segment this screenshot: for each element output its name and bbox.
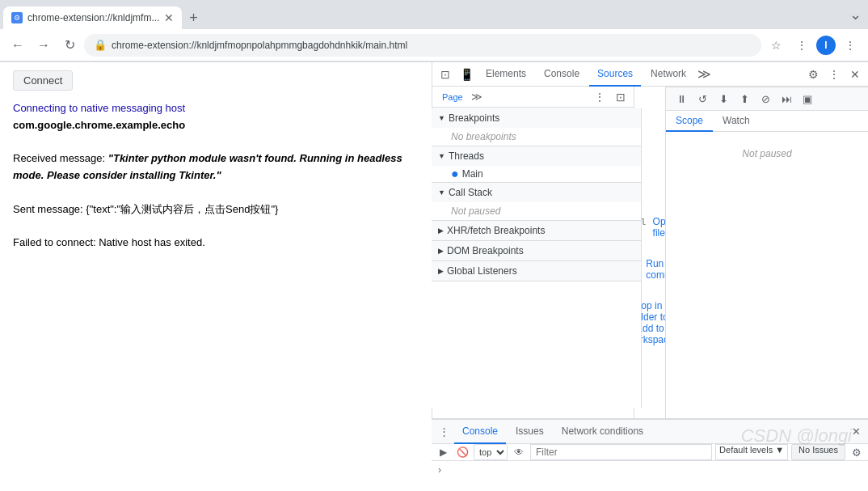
nav-bar: ← → ↻ 🔒 chrome-extension://knldjmfmopnpo… bbox=[0, 29, 868, 61]
section-callstack: ▼ Call Stack Not paused bbox=[432, 183, 641, 221]
more-debug-options[interactable]: ▣ bbox=[798, 90, 816, 108]
section-breakpoints: ▼ Breakpoints No breakpoints bbox=[432, 108, 641, 146]
connect-button[interactable]: Connect bbox=[13, 70, 73, 91]
watch-tab[interactable]: Watch bbox=[713, 111, 760, 132]
address-text: chrome-extension://knldjmfmopnpolahpmmgb… bbox=[112, 40, 752, 51]
issues-tab[interactable]: Issues bbox=[508, 420, 552, 444]
run-command-link[interactable]: Run command bbox=[646, 258, 666, 281]
section-xhr-header[interactable]: ▶ XHR/fetch Breakpoints bbox=[432, 221, 641, 240]
console-panel-menu-icon[interactable]: ⋮ bbox=[435, 423, 453, 441]
tab-sources[interactable]: Sources bbox=[589, 62, 641, 87]
pause-resume-button[interactable]: ⏸ bbox=[672, 90, 690, 108]
sources-panel-more-icon[interactable]: ≫ bbox=[471, 91, 482, 103]
page-content: Connect Connecting to native messaging h… bbox=[0, 62, 432, 491]
output-line-3: Received message: "Tkinter python module… bbox=[13, 150, 419, 184]
devtools-settings-button[interactable]: ⚙ bbox=[803, 65, 823, 84]
open-file-link[interactable]: Open file bbox=[653, 216, 666, 239]
sources-panel-toolbar: Page ≫ ⋮ ⊡ bbox=[432, 87, 634, 108]
output-line-1: Connecting to native messaging host bbox=[13, 100, 419, 117]
thread-active-indicator: ● bbox=[451, 167, 459, 180]
section-global-header[interactable]: ▶ Global Listeners bbox=[432, 261, 641, 281]
tab-elements[interactable]: Elements bbox=[478, 62, 534, 87]
section-dom-header[interactable]: ▶ DOM Breakpoints bbox=[432, 241, 641, 260]
dom-label: DOM Breakpoints bbox=[447, 245, 524, 256]
section-threads-header[interactable]: ▼ Threads bbox=[432, 146, 641, 166]
xhr-expand-icon: ▶ bbox=[438, 226, 444, 235]
section-xhr: ▶ XHR/fetch Breakpoints bbox=[432, 221, 641, 241]
thread-main-item[interactable]: ● Main bbox=[432, 166, 641, 182]
reload-button[interactable]: ↻ bbox=[58, 34, 81, 57]
section-threads: ▼ Threads ● Main bbox=[432, 146, 641, 183]
console-tabs-toolbar: ⋮ Console Issues Network conditions ✕ bbox=[432, 420, 868, 444]
browser-chrome: ⚙ chrome-extension://knldjmfm... ✕ + ⌄ ←… bbox=[0, 0, 868, 62]
security-icon: 🔒 bbox=[94, 39, 107, 51]
section-callstack-header[interactable]: ▼ Call Stack bbox=[432, 183, 641, 202]
main-area: Connect Connecting to native messaging h… bbox=[0, 62, 868, 491]
chrome-settings-button[interactable]: ⋮ bbox=[790, 34, 813, 57]
threads-expand-icon: ▼ bbox=[438, 152, 445, 160]
scope-watch-header: Scope Watch bbox=[666, 111, 868, 132]
devtools-actions: ⚙ ⋮ ✕ bbox=[803, 65, 865, 84]
sources-panel-menu-icon[interactable]: ⋮ bbox=[590, 87, 609, 107]
console-filter-toolbar: ▶ 🚫 top 👁 Default levels ▼ No Issues ⚙ bbox=[432, 444, 868, 461]
threads-label: Threads bbox=[449, 150, 484, 162]
section-dom: ▶ DOM Breakpoints bbox=[432, 241, 641, 261]
tab-console[interactable]: Console bbox=[536, 62, 588, 87]
inspect-element-button[interactable]: ⊡ bbox=[436, 65, 455, 84]
step-out-button[interactable]: ⬆ bbox=[735, 90, 753, 108]
breakpoints-content: No breakpoints bbox=[432, 128, 641, 146]
console-close-button[interactable]: ✕ bbox=[847, 423, 865, 441]
section-global: ▶ Global Listeners bbox=[432, 261, 641, 281]
breakpoints-expand-icon: ▼ bbox=[438, 114, 445, 122]
device-toolbar-button[interactable]: 📱 bbox=[457, 65, 476, 84]
console-settings-button[interactable]: ⚙ bbox=[849, 444, 865, 460]
sources-sync-icon[interactable]: ⊡ bbox=[611, 87, 630, 107]
console-execute-button[interactable]: ▶ bbox=[435, 444, 451, 460]
more-tabs-icon[interactable]: ≫ bbox=[697, 66, 711, 82]
console-level-selector[interactable]: Default levels ▼ bbox=[715, 444, 788, 460]
bookmark-button[interactable]: ☆ bbox=[765, 34, 787, 57]
browser-tab[interactable]: ⚙ chrome-extension://knldjmfm... ✕ bbox=[3, 6, 182, 29]
console-filter-input[interactable] bbox=[530, 444, 712, 460]
profile-button[interactable]: I bbox=[816, 36, 836, 55]
tab-close-icon[interactable]: ✕ bbox=[164, 11, 174, 24]
devtools-panel: ⊡ 📱 Elements Console Sources Network ≫ ⚙… bbox=[432, 62, 868, 491]
callstack-label: Call Stack bbox=[449, 187, 492, 198]
console-no-issues-badge[interactable]: No Issues bbox=[791, 444, 845, 460]
console-context-selector[interactable]: top bbox=[474, 444, 508, 460]
sources-page-tab[interactable]: Page bbox=[436, 87, 470, 108]
tab-title: chrome-extension://knldjmfm... bbox=[27, 12, 159, 23]
console-eye-button[interactable]: 👁 bbox=[511, 444, 527, 460]
step-into-button[interactable]: ⬇ bbox=[714, 90, 732, 108]
scope-tab[interactable]: Scope bbox=[666, 111, 713, 132]
output-line-4: Sent message: {"text":"输入测试内容后，点击Send按钮"… bbox=[13, 201, 419, 218]
tab-favicon: ⚙ bbox=[11, 12, 23, 23]
global-expand-icon: ▶ bbox=[438, 267, 444, 275]
chrome-menu-button[interactable]: ⋮ bbox=[839, 34, 862, 57]
back-button[interactable]: ← bbox=[6, 34, 29, 57]
network-conditions-tab[interactable]: Network conditions bbox=[554, 420, 651, 444]
address-bar[interactable]: 🔒 chrome-extension://knldjmfmopnpolahpmm… bbox=[84, 34, 761, 57]
thread-main-label: Main bbox=[462, 168, 483, 180]
devtools-more-button[interactable]: ⋮ bbox=[824, 65, 844, 84]
console-caret: › bbox=[438, 464, 441, 476]
output-line-5: Failed to connect: Native host has exite… bbox=[13, 235, 419, 252]
dom-expand-icon: ▶ bbox=[438, 247, 444, 255]
deactivate-breakpoints-button[interactable]: ⊘ bbox=[756, 90, 774, 108]
section-breakpoints-header[interactable]: ▼ Breakpoints bbox=[432, 108, 641, 128]
debugger-toolbar: ⏸ ↺ ⬇ ⬆ ⊘ ⏭ ▣ bbox=[666, 87, 868, 111]
nav-actions: ☆ ⋮ I ⋮ bbox=[765, 34, 862, 57]
tab-network[interactable]: Network bbox=[643, 62, 694, 87]
forward-button[interactable]: → bbox=[32, 34, 55, 57]
devtools-close-button[interactable]: ✕ bbox=[845, 65, 865, 84]
console-clear-button[interactable]: 🚫 bbox=[454, 444, 470, 460]
tab-bar: ⚙ chrome-extension://knldjmfm... ✕ + ⌄ bbox=[0, 0, 868, 29]
console-prompt[interactable]: › bbox=[438, 464, 862, 476]
step-over-button[interactable]: ↺ bbox=[693, 90, 711, 108]
chrome-menu-icon[interactable]: ⌄ bbox=[846, 2, 865, 27]
breakpoints-label: Breakpoints bbox=[449, 112, 499, 124]
dont-pause-exceptions-button[interactable]: ⏭ bbox=[777, 90, 795, 108]
callstack-expand-icon: ▼ bbox=[438, 188, 445, 197]
console-tab[interactable]: Console bbox=[454, 420, 506, 444]
new-tab-button[interactable]: + bbox=[182, 6, 204, 29]
